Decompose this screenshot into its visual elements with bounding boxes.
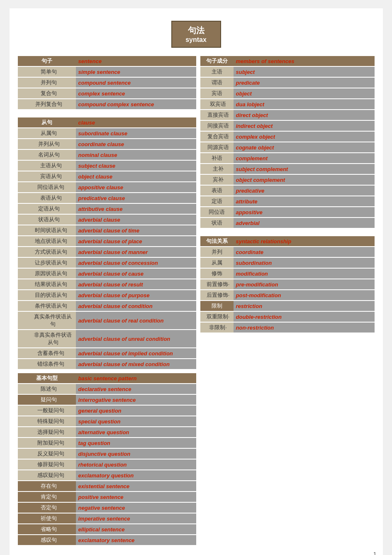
- en-term: adverbial clause of implied condition: [76, 348, 196, 358]
- title-zh: 句法: [180, 25, 212, 36]
- en-term: negative sentence: [76, 503, 196, 513]
- zh-term: 状语: [200, 218, 234, 228]
- table-row: 从属句subordinate clause: [18, 128, 196, 138]
- table-row: 时间状语从句adverbial clause of time: [18, 225, 196, 235]
- zh-term: 祈使句: [18, 513, 76, 523]
- zh-term: 附加疑问句: [18, 438, 76, 448]
- zh-term: 肯定句: [18, 492, 76, 502]
- zh-term: 简单句: [18, 67, 76, 77]
- table-row: 选择疑问句alternative question: [18, 427, 196, 437]
- right-panel: 句子成分members of sentences主语subject谓语predi…: [200, 56, 375, 337]
- table-row: 后置修饰·post-modification: [200, 290, 375, 300]
- table-row: 双宾语dua lobject: [200, 99, 375, 109]
- en-term: sentence: [76, 56, 196, 66]
- table-row: 句子sentence: [18, 56, 196, 66]
- zh-term: 句子: [18, 56, 76, 66]
- en-term: modification: [234, 269, 375, 279]
- table-row: 非限制·non-restriction: [200, 323, 375, 333]
- zh-term: 间接宾语: [200, 121, 234, 131]
- table-row: 祈使句imperative sentence: [18, 513, 196, 523]
- zh-term: 句子成分: [200, 56, 234, 66]
- en-term: clause: [76, 117, 196, 127]
- en-term: subject clause: [76, 161, 196, 171]
- zh-term: 修辞疑问句: [18, 460, 76, 469]
- table-row: 补语complement: [200, 153, 375, 163]
- table-row: 否定句negative sentence: [18, 503, 196, 513]
- zh-term: 宾补: [200, 175, 234, 185]
- table-row: 句法关系syntactic relationship: [200, 236, 375, 246]
- right-column: 句子成分members of sentences主语subject谓语predi…: [200, 56, 375, 337]
- zh-term: 非真实条件状语从句: [18, 330, 76, 347]
- en-term: exclamatory sentence: [76, 535, 196, 545]
- zh-term: 谓语: [200, 78, 234, 88]
- table-row: 特殊疑问句special question: [18, 416, 196, 426]
- en-term: members of sentences: [234, 56, 375, 66]
- zh-term: 方式状语从句: [18, 247, 76, 257]
- table-row: 谓语predicate: [200, 78, 375, 88]
- zh-term: 并列从句: [18, 139, 76, 149]
- zh-term: 同源宾语: [200, 142, 234, 152]
- en-term: adverbial clause of mixed condition: [76, 359, 196, 369]
- zh-term: 主语从句: [18, 161, 76, 171]
- table-row: 并列句compound sentence: [18, 78, 196, 88]
- table-row: 结果状语从句adverbial clause of result: [18, 279, 196, 289]
- section: 句法关系syntactic relationship并列coordinate从属…: [200, 236, 375, 333]
- table-row: 修饰modification: [200, 269, 375, 279]
- en-term: predicate: [234, 78, 375, 88]
- zh-term: 结果状语从句: [18, 279, 76, 289]
- en-term: imperative sentence: [76, 513, 196, 523]
- zh-term: 特殊疑问句: [18, 416, 76, 426]
- en-term: existential sentence: [76, 481, 196, 491]
- en-term: object complement: [234, 175, 375, 185]
- en-term: attribute: [234, 196, 375, 206]
- zh-term: 限制: [200, 301, 234, 311]
- zh-term: 同位语: [200, 207, 234, 217]
- en-term: general question: [76, 406, 196, 416]
- en-term: coordinate clause: [76, 139, 196, 149]
- table-row: 前置修饰·pre-modification: [200, 279, 375, 289]
- en-term: compound sentence: [76, 78, 196, 88]
- en-term: interrogative sentence: [76, 395, 196, 405]
- zh-term: 存在句: [18, 481, 76, 491]
- table-row: 真实条件状语从句adverbial clause of real conditi…: [18, 312, 196, 329]
- table-row: 表语从句predicative clause: [18, 193, 196, 203]
- zh-term: 错综条件句: [18, 359, 76, 369]
- zh-term: 感叹疑问句: [18, 470, 76, 480]
- en-term: dua lobject: [234, 99, 375, 109]
- en-term: object: [234, 88, 375, 98]
- en-term: positive sentence: [76, 492, 196, 502]
- table-row: 一般疑问句general question: [18, 406, 196, 416]
- table-row: 附加疑问句tag question: [18, 438, 196, 448]
- en-term: adverbial clause of cause: [76, 269, 196, 279]
- en-term: adverbial clause of time: [76, 225, 196, 235]
- en-term: appositive: [234, 207, 375, 217]
- en-term: adverbial clause of manner: [76, 247, 196, 257]
- zh-term: 句法关系: [200, 236, 234, 246]
- table-row: 直接宾语direct object: [200, 110, 375, 120]
- zh-term: 否定句: [18, 503, 76, 513]
- zh-term: 修饰: [200, 269, 234, 279]
- table-row: 从句clause: [18, 117, 196, 127]
- zh-term: 宾语: [200, 88, 234, 98]
- zh-term: 原因状语从句: [18, 269, 76, 279]
- en-term: adverbial clause of real condition: [76, 312, 196, 329]
- table-row: 并列coordinate: [200, 247, 375, 257]
- table-row: 限制restriction: [200, 301, 375, 311]
- table-row: 状语adverbial: [200, 218, 375, 228]
- zh-term: 同位语从句: [18, 182, 76, 192]
- table-row: 复合句complex sentence: [18, 88, 196, 98]
- table-row: 定语attribute: [200, 196, 375, 206]
- section: 句子sentence简单句simple sentence并列句compound …: [18, 56, 196, 109]
- en-term: restriction: [234, 301, 375, 311]
- table-row: 同位语从句appositive clause: [18, 182, 196, 192]
- en-term: elliptical sentence: [76, 524, 196, 534]
- title-en: syntax: [180, 36, 212, 44]
- en-term: subject complement: [234, 164, 375, 174]
- zh-term: 直接宾语: [200, 110, 234, 120]
- en-term: double-restriction: [234, 312, 375, 322]
- en-term: attributive clause: [76, 204, 196, 214]
- table-row: 错综条件句adverbial clause of mixed condition: [18, 359, 196, 369]
- zh-term: 陈述句: [18, 384, 76, 394]
- zh-term: 并列复合句: [18, 99, 76, 109]
- zh-term: 含蓄条件句: [18, 348, 76, 358]
